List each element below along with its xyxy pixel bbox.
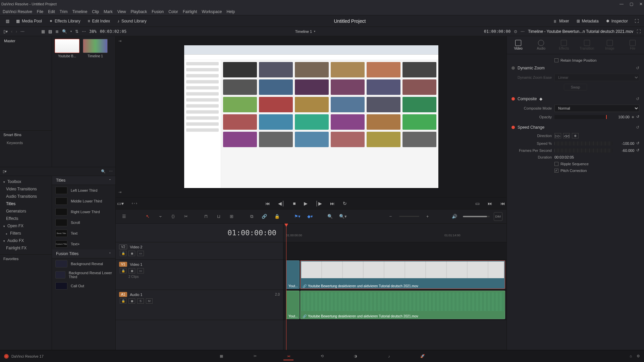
overwrite-clip-icon[interactable]: ⊔ bbox=[214, 212, 223, 221]
expand2-icon[interactable]: ⛶ bbox=[637, 29, 641, 34]
inspector-tab-effects[interactable]: Effects bbox=[552, 36, 575, 54]
inspector-button[interactable]: ✱Inspector bbox=[603, 17, 631, 25]
track-tag[interactable]: V2 bbox=[119, 244, 127, 249]
list-view-icon[interactable]: ≣ bbox=[55, 29, 59, 34]
smart-bins-header[interactable]: Smart Bins bbox=[0, 130, 52, 139]
timecode-opts-icon[interactable]: ⊙ bbox=[514, 29, 517, 34]
viewer[interactable]: ⇥ ⇥ bbox=[116, 36, 506, 197]
fxtree-audiofx[interactable]: ▾Audio FX bbox=[0, 237, 52, 244]
chevron-down-icon[interactable]: ▾ bbox=[314, 30, 315, 33]
step-fwd-button[interactable]: │▶ bbox=[314, 200, 324, 207]
window-close-button[interactable]: ✕ bbox=[639, 2, 643, 6]
fx-search-icon[interactable]: 🔍 bbox=[101, 169, 106, 174]
project-settings-button[interactable]: ⚙ bbox=[637, 354, 640, 358]
keyframe-icon[interactable]: ◆ bbox=[539, 97, 542, 101]
track-v1[interactable]: Yout... 🔗Youtube Bewertung deaktivieren … bbox=[283, 260, 506, 290]
fx-item[interactable]: Left Lower Third bbox=[52, 185, 115, 196]
fxtree-fairlightfx[interactable]: Fairlight FX bbox=[0, 244, 52, 252]
fx-section-titles[interactable]: Titles⌃ bbox=[52, 176, 115, 185]
dim-button[interactable]: DIM bbox=[494, 212, 503, 221]
insert-clip-icon[interactable]: ⊓ bbox=[202, 212, 210, 221]
ripple-sequence-checkbox[interactable] bbox=[554, 162, 558, 166]
more-icon[interactable]: ⋯ bbox=[20, 29, 24, 34]
fx-item[interactable]: Right Lower Third bbox=[52, 206, 115, 217]
fps-value[interactable]: -60.000 bbox=[614, 148, 634, 153]
reset-icon[interactable]: ↺ bbox=[636, 141, 639, 145]
bin-view-icon[interactable]: ▯▾ bbox=[3, 29, 8, 34]
sort-icon[interactable]: ⇅ bbox=[75, 29, 78, 34]
track-v2[interactable] bbox=[283, 242, 506, 260]
track-tag[interactable]: A1 bbox=[119, 292, 127, 297]
menu-help[interactable]: Help bbox=[226, 9, 235, 14]
window-minimize-button[interactable]: — bbox=[620, 2, 624, 6]
menu-timeline[interactable]: Timeline bbox=[72, 9, 87, 14]
page-media-button[interactable]: ▦ bbox=[216, 352, 226, 360]
section-toggle-icon[interactable] bbox=[512, 126, 515, 129]
single-viewer-icon[interactable]: ▭ bbox=[474, 200, 481, 207]
stop-button[interactable]: ■ bbox=[291, 200, 297, 207]
blade-tool-icon[interactable]: ✂ bbox=[181, 212, 190, 221]
duration-value[interactable]: 00:03:02:05 bbox=[554, 155, 574, 159]
timeline-ruler[interactable]: 01:00:00:00 01:01:14:00 01:02:28:00 bbox=[283, 224, 506, 242]
fxtree-filters[interactable]: ▸Filters bbox=[0, 230, 52, 237]
dynamic-zoom-ease-select[interactable]: Linear bbox=[554, 74, 639, 81]
zoom-dropdown-icon[interactable]: 🔍▾ bbox=[338, 212, 347, 221]
inspector-tab-image[interactable]: Image bbox=[598, 36, 621, 54]
fxtree-titles[interactable]: Titles bbox=[0, 200, 52, 207]
fx-item[interactable]: Custom TitleText+ bbox=[52, 239, 115, 249]
track-solo-button[interactable]: S bbox=[137, 298, 144, 304]
viewer-mode-icon[interactable]: ▭▾ bbox=[116, 200, 125, 207]
speed-slider[interactable] bbox=[554, 141, 612, 145]
direction-reverse-button[interactable]: ◁◁ bbox=[563, 133, 570, 138]
go-start-button[interactable]: ⏮ bbox=[499, 200, 506, 207]
fps-slider[interactable] bbox=[554, 148, 612, 153]
track-tag[interactable]: V1 bbox=[119, 262, 127, 267]
play-button[interactable]: ▶ bbox=[303, 200, 309, 207]
zoom-in-icon[interactable]: + bbox=[423, 212, 432, 221]
track-header-v2[interactable]: V2Video 2 🔒◼▭ bbox=[116, 242, 283, 260]
volume-slider[interactable] bbox=[463, 216, 490, 217]
more2-icon[interactable]: ⋯ bbox=[82, 29, 86, 34]
timeline-clip[interactable]: 🔗Youtube Bewertung deaktivieren und akti… bbox=[300, 291, 505, 319]
page-edit-button[interactable]: ⫘ bbox=[283, 352, 293, 360]
track-enable-icon[interactable]: ◼ bbox=[128, 251, 135, 256]
track-lock-icon[interactable]: 🔒 bbox=[120, 268, 126, 274]
volume-icon[interactable]: 🔊 bbox=[450, 212, 459, 221]
menu-fairlight[interactable]: Fairlight bbox=[183, 9, 197, 14]
playhead[interactable] bbox=[286, 224, 286, 350]
viewer-last-frame-icon[interactable]: ⇥ bbox=[118, 39, 121, 43]
speed-change-header[interactable]: Speed Change↺ bbox=[512, 123, 639, 132]
metadata-button[interactable]: ⊞Metadata bbox=[574, 17, 601, 25]
nav-fwd-icon[interactable]: › bbox=[16, 29, 17, 34]
flag-icon[interactable]: ⚑▾ bbox=[293, 212, 302, 221]
section-toggle-icon[interactable] bbox=[512, 97, 515, 101]
window-maximize-button[interactable]: ▢ bbox=[630, 2, 633, 6]
go-last-button[interactable]: ⏭ bbox=[329, 200, 336, 207]
link-icon[interactable]: 🔗 bbox=[260, 212, 269, 221]
track-enable-icon[interactable]: ◼ bbox=[128, 268, 135, 274]
panel-layout-icon[interactable]: ▥ bbox=[3, 17, 11, 25]
menu-trim[interactable]: Trim bbox=[60, 9, 68, 14]
fx-item[interactable]: Background Reveal Lower Third bbox=[52, 269, 115, 281]
reset-icon[interactable]: ↺ bbox=[636, 125, 639, 130]
media-clip[interactable]: Youtube B... bbox=[55, 39, 79, 58]
reset-icon[interactable]: ↺ bbox=[636, 97, 639, 101]
fx-item[interactable]: Call Out bbox=[52, 281, 115, 291]
fxtree-favorites[interactable]: Favorites bbox=[0, 254, 52, 263]
smart-bin-keywords[interactable]: Keywords bbox=[0, 139, 52, 147]
retain-image-position-checkbox[interactable] bbox=[554, 58, 558, 62]
bin-master[interactable]: Master bbox=[0, 36, 52, 46]
page-deliver-button[interactable]: 🚀 bbox=[418, 352, 428, 360]
inspector-tab-audio[interactable]: Audio bbox=[530, 36, 552, 54]
inspector-tab-transition[interactable]: Transition bbox=[576, 36, 598, 54]
fx-panel-icon[interactable]: ▯▾ bbox=[3, 169, 7, 174]
media-pool-button[interactable]: ▦Media Pool bbox=[13, 17, 45, 25]
track-lock-icon[interactable]: 🔒 bbox=[120, 298, 126, 304]
media-clip[interactable]: Timeline 1 bbox=[83, 39, 108, 58]
replace-clip-icon[interactable]: ⊞ bbox=[227, 212, 236, 221]
selection-tool-icon[interactable]: ↖ bbox=[143, 212, 152, 221]
fx-item[interactable]: Middle Lower Third bbox=[52, 196, 115, 206]
menu-mark[interactable]: Mark bbox=[104, 9, 113, 14]
timeline-clip[interactable]: Yout... bbox=[286, 291, 300, 319]
zoom-percent[interactable]: 38% bbox=[89, 29, 97, 34]
